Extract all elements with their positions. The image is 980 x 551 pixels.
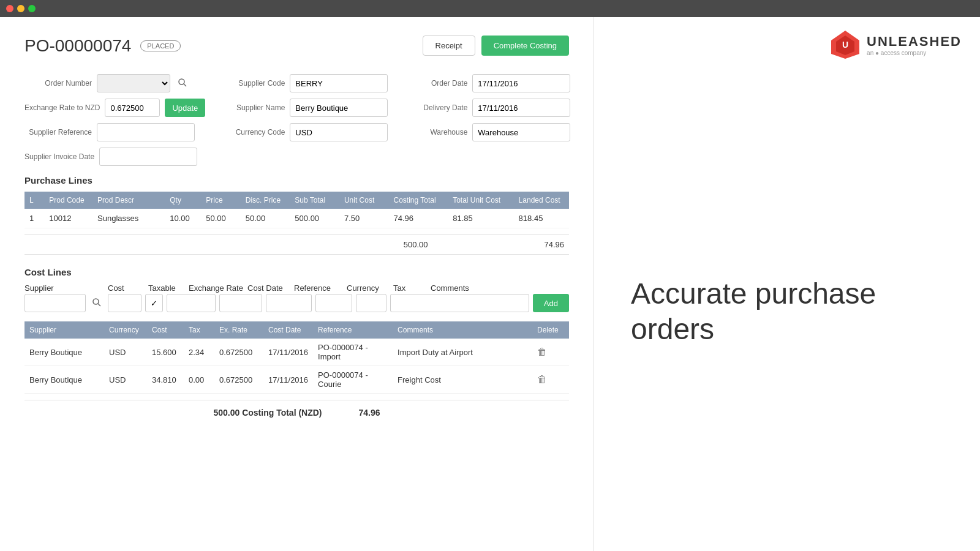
col-costing-total-header: Costing Total <box>388 192 448 209</box>
order-number-select[interactable] <box>97 74 170 92</box>
cost-delete-header: Delete <box>532 321 569 339</box>
svg-text:U: U <box>842 40 848 50</box>
supplier-name-label: Supplier Name <box>217 103 285 112</box>
supplier-reference-input[interactable] <box>97 123 195 141</box>
delete-cost-line-2-button[interactable]: 🗑 <box>537 374 547 385</box>
pl-total-unit-cost: 81.85 <box>448 209 513 228</box>
cost-exchange-rate-input[interactable] <box>167 294 216 312</box>
cl2-currency: USD <box>104 366 147 394</box>
taxable-check-button[interactable]: ✓ <box>145 294 163 312</box>
purchase-totals-values: 500.00 74.96 <box>279 240 569 249</box>
exchange-rate-input[interactable] <box>105 99 160 117</box>
cost-supplier-header: Supplier <box>24 321 104 339</box>
pl-prod-descr: Sunglasses <box>92 209 165 228</box>
delivery-date-label: Delivery Date <box>400 103 467 112</box>
tax-col-label: Tax <box>393 283 427 293</box>
cost-lines-table: Supplier Currency Cost Tax Ex. Rate Cost… <box>24 321 569 394</box>
warehouse-row: Warehouse <box>400 123 570 141</box>
ex-rate-header-text: Exchange Rate <box>189 283 243 293</box>
taxable-col-label: Taxable <box>148 283 185 293</box>
cl2-exrate: 0.672500 <box>214 366 263 394</box>
complete-costing-button[interactable]: Complete Costing <box>481 36 569 56</box>
cl1-delete-cell: 🗑 <box>532 339 569 366</box>
receipt-button[interactable]: Receipt <box>423 36 475 56</box>
cost-supplier-input[interactable] <box>24 294 86 312</box>
cost-exrate-header: Ex. Rate <box>214 321 263 339</box>
delete-cost-line-1-button[interactable]: 🗑 <box>537 347 547 358</box>
cost-reference-input[interactable] <box>266 294 312 312</box>
minimize-dot[interactable] <box>17 5 24 12</box>
currency-code-input[interactable] <box>290 123 388 141</box>
left-panel: PO-00000074 PLACED Receipt Complete Cost… <box>0 17 594 551</box>
taxable-header-text: Taxable <box>148 283 176 293</box>
cl2-reference: PO-0000074 - Courie <box>313 366 393 394</box>
supplier-col-label: Supplier <box>24 283 104 293</box>
currency-code-label: Currency Code <box>217 128 285 137</box>
reference-col-label: Reference <box>294 283 343 293</box>
tagline-area: Accurate purchase orders <box>594 72 980 551</box>
supplier-invoice-date-input[interactable] <box>99 148 197 166</box>
order-date-input[interactable] <box>472 74 570 92</box>
supplier-header-text: Supplier <box>24 283 54 293</box>
pl-sub-total: 500.00 <box>290 209 339 228</box>
currency-header-text: Currency <box>347 283 379 293</box>
col-disc-price-header: Disc. Price <box>241 192 290 209</box>
delivery-date-input[interactable] <box>472 99 570 117</box>
cl1-tax: 2.34 <box>184 339 214 366</box>
cost-col-label: Cost <box>108 283 145 293</box>
svg-line-1 <box>184 84 186 86</box>
maximize-dot[interactable] <box>28 5 36 12</box>
cl1-supplier: Berry Boutique <box>24 339 104 366</box>
update-button[interactable]: Update <box>165 99 205 117</box>
purchase-totals-row: 500.00 74.96 <box>24 234 569 255</box>
supplier-invoice-date-label: Supplier Invoice Date <box>24 152 94 161</box>
supplier-reference-row: Supplier Reference <box>24 123 205 141</box>
grand-total-value: 74.96 <box>359 408 380 418</box>
comments-header-text: Comments <box>431 283 469 293</box>
svg-line-3 <box>98 304 100 306</box>
col-prod-code-header: Prod Code <box>44 192 92 209</box>
cost-currency-header: Currency <box>104 321 147 339</box>
col-prod-descr-header: Prod Descr <box>92 192 165 209</box>
cost-date-header-text: Cost Date <box>247 283 283 293</box>
order-number-search-button[interactable] <box>175 75 190 92</box>
cost-line-row-1: Berry Boutique USD 15.600 2.34 0.672500 … <box>24 339 569 366</box>
comments-col-label: Comments <box>431 283 569 293</box>
purchase-sub-total-container <box>24 240 279 249</box>
logo-subtitle: an ● access company <box>867 50 962 56</box>
grand-total-row: 500.00 Costing Total (NZD) 74.96 <box>24 400 569 425</box>
unleashed-logo-icon: U <box>830 29 861 60</box>
cost-tax-input[interactable] <box>356 294 386 312</box>
purchase-total-costing: 74.96 <box>544 240 564 249</box>
reference-header-text: Reference <box>294 283 331 293</box>
warehouse-input[interactable] <box>472 123 570 141</box>
add-cost-button[interactable]: Add <box>533 294 569 312</box>
supplier-invoice-date-row: Supplier Invoice Date <box>24 148 205 166</box>
col-unit-cost-header: Unit Cost <box>339 192 389 209</box>
close-dot[interactable] <box>6 5 13 12</box>
cost-amount-input[interactable] <box>108 294 141 312</box>
po-header: PO-00000074 PLACED Receipt Complete Cost… <box>24 36 569 56</box>
cl2-comments: Freight Cost <box>393 366 532 394</box>
logo-name: UNLEASHED <box>867 34 962 50</box>
cost-comments-input[interactable] <box>390 294 529 312</box>
pl-landed-cost: 818.45 <box>514 209 569 228</box>
form-col-2: Supplier Code Supplier Name Currency Cod… <box>217 74 388 166</box>
cost-currency-input[interactable] <box>315 294 352 312</box>
cl2-cost: 34.810 <box>147 366 184 394</box>
cl1-cost: 15.600 <box>147 339 184 366</box>
ex-rate-col-label: Exchange Rate <box>189 283 244 293</box>
pl-costing-total: 74.96 <box>388 209 448 228</box>
order-number-row: Order Number <box>24 74 205 92</box>
supplier-name-input[interactable] <box>290 99 388 117</box>
pl-qty: 10.00 <box>165 209 201 228</box>
purchase-lines-title: Purchase Lines <box>24 175 569 186</box>
logo-text-area: UNLEASHED an ● access company <box>867 34 962 56</box>
cost-supplier-search-button[interactable] <box>89 295 104 312</box>
cost-date-input[interactable] <box>219 294 262 312</box>
svg-point-2 <box>93 299 99 304</box>
pl-unit-cost: 7.50 <box>339 209 389 228</box>
order-date-label: Order Date <box>400 79 467 88</box>
supplier-code-input[interactable] <box>290 74 388 92</box>
cl1-comments: Import Duty at Airport <box>393 339 532 366</box>
